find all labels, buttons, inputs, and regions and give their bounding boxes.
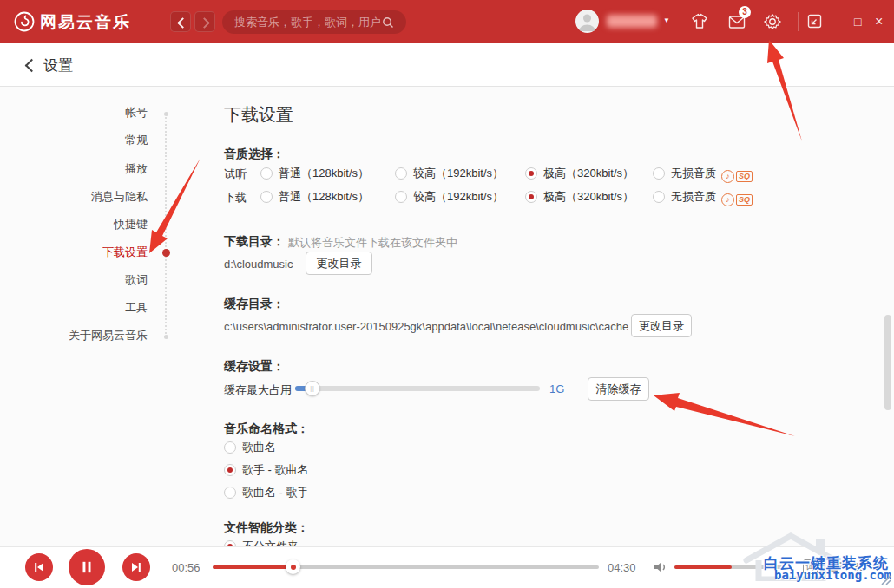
vip-note-icon: ♪ [721, 193, 734, 206]
person-icon [575, 10, 599, 33]
maximize-button[interactable]: □ [854, 14, 861, 29]
radio-label: 极高（320kbit/s） [543, 190, 634, 203]
volume-icon[interactable] [653, 559, 668, 575]
radio-icon-selected [224, 464, 236, 476]
previous-icon [32, 560, 46, 574]
naming-format-label: 音乐命名格式： [224, 421, 309, 437]
progress-bar[interactable] [213, 565, 599, 569]
radio-download-normal[interactable]: 普通（128kbit/s） [260, 189, 369, 205]
radio-icon [260, 167, 273, 180]
user-avatar[interactable] [575, 10, 599, 33]
page-title: 设置 [43, 56, 73, 75]
download-dir-hint: 默认将音乐文件下载在该文件夹中 [288, 235, 457, 251]
radio-icon-selected [525, 191, 537, 203]
change-download-dir-button[interactable]: 更改目录 [306, 252, 372, 275]
radio-label: 无损音质 [671, 167, 716, 180]
search-box [222, 10, 406, 34]
radio-icon [224, 487, 236, 499]
theme-skin-icon[interactable] [690, 12, 709, 31]
radio-icon [653, 167, 665, 180]
rail-bottom-dot [164, 335, 168, 339]
progress-handle[interactable] [286, 559, 300, 574]
app-logo-icon [14, 11, 35, 32]
cache-setting-label: 缓存设置： [224, 359, 285, 375]
next-icon [129, 560, 143, 574]
sidebar-item-hotkeys[interactable]: 快捷键 [9, 216, 148, 233]
nav-back-button[interactable] [170, 11, 191, 32]
pause-button[interactable] [69, 549, 105, 585]
elapsed-time: 00:56 [172, 561, 200, 574]
search-icon[interactable] [382, 16, 394, 29]
radio-label: 歌手 - 歌曲名 [242, 463, 309, 476]
radio-label: 极高（320kbit/s） [543, 167, 634, 180]
cache-slider-handle[interactable]: || [305, 381, 320, 396]
cache-slider-track[interactable] [295, 386, 540, 391]
clear-cache-button[interactable]: 清除缓存 [588, 377, 649, 401]
total-time: 04:30 [608, 561, 636, 574]
sidebar-item-tools[interactable]: 工具 [9, 299, 148, 317]
radio-icon [653, 191, 665, 203]
quality-row-download-label: 下载 [224, 190, 247, 206]
sidebar-item-privacy[interactable]: 消息与隐私 [9, 188, 148, 206]
sidebar-item-play[interactable]: 播放 [9, 160, 148, 178]
chevron-down-icon[interactable]: ▼ [663, 16, 670, 24]
arrow-to-download-settings [149, 158, 200, 253]
radio-listen-lossless[interactable]: 无损音质♪SQ [653, 166, 753, 183]
cache-size-value: 1G [549, 382, 564, 395]
annotation-arrows [0, 0, 894, 588]
radio-icon [260, 191, 273, 203]
lyrics-toggle-icon[interactable]: 词 [803, 559, 818, 574]
radio-icon [395, 167, 407, 180]
search-input[interactable] [222, 10, 406, 34]
mini-mode-icon[interactable] [807, 14, 822, 29]
change-cache-dir-button[interactable]: 更改目录 [631, 314, 692, 337]
pause-icon [79, 559, 95, 575]
header-divider [798, 12, 799, 31]
chevron-right-icon [199, 17, 210, 29]
radio-download-extreme[interactable]: 极高（320kbit/s） [525, 189, 634, 205]
selected-indicator-dot [162, 249, 170, 257]
radio-listen-extreme[interactable]: 极高（320kbit/s） [525, 166, 634, 181]
close-button[interactable]: × [875, 14, 883, 29]
radio-download-higher[interactable]: 较高（192kbit/s） [395, 189, 503, 205]
download-dir-label: 下载目录： [224, 234, 285, 250]
cache-max-label: 缓存最大占用 [224, 382, 292, 398]
mail-badge: 3 [739, 6, 751, 18]
progress-fill [213, 565, 293, 569]
radio-naming-song-artist[interactable]: 歌曲名 - 歌手 [224, 485, 309, 500]
netease-music-window: 网易云音乐 ▼ 3 [0, 0, 894, 588]
sidebar-item-account[interactable]: 帐号 [9, 104, 148, 121]
radio-naming-artist-song[interactable]: 歌手 - 歌曲名 [224, 462, 309, 478]
scrollbar-thumb[interactable] [884, 315, 891, 410]
sidebar-item-download-settings[interactable]: 下载设置 [9, 244, 148, 261]
arrow-to-clear-cache [654, 393, 795, 436]
next-track-button[interactable] [122, 553, 150, 581]
title-bar: 网易云音乐 ▼ 3 [0, 0, 894, 43]
sidebar-item-lyrics[interactable]: 歌词 [9, 271, 148, 289]
previous-track-button[interactable] [25, 553, 53, 581]
sidebar-item-about[interactable]: 关于网易云音乐 [9, 327, 148, 344]
playlist-icon[interactable] [829, 559, 845, 574]
radio-label: 较高（192kbit/s） [413, 167, 503, 180]
volume-bar[interactable] [674, 565, 786, 569]
playlist-count: 33 [853, 561, 864, 573]
username-blurred[interactable] [607, 15, 657, 28]
cache-dir-label: 缓存目录： [224, 297, 285, 312]
radio-label: 歌曲名 - 歌手 [242, 486, 309, 499]
minimize-button[interactable]: — [832, 14, 844, 29]
radio-naming-song[interactable]: 歌曲名 [224, 440, 276, 455]
radio-listen-normal[interactable]: 普通（128kbit/s） [260, 166, 369, 181]
player-bar: 00:56 04:30 词 33 [0, 546, 894, 588]
nav-forward-button[interactable] [194, 11, 215, 32]
chevron-left-icon [177, 17, 188, 29]
radio-download-lossless[interactable]: 无损音质♪SQ [653, 189, 753, 206]
radio-listen-higher[interactable]: 较高（192kbit/s） [395, 166, 503, 181]
radio-icon-selected [525, 167, 537, 180]
radio-label: 较高（192kbit/s） [413, 190, 503, 203]
sidebar-item-general[interactable]: 常规 [9, 132, 148, 149]
radio-label: 普通（128kbit/s） [279, 167, 369, 180]
back-icon[interactable] [25, 59, 39, 73]
radio-label: 无损音质 [671, 190, 716, 203]
radio-label: 普通（128kbit/s） [279, 190, 369, 203]
gear-icon[interactable] [763, 12, 782, 31]
